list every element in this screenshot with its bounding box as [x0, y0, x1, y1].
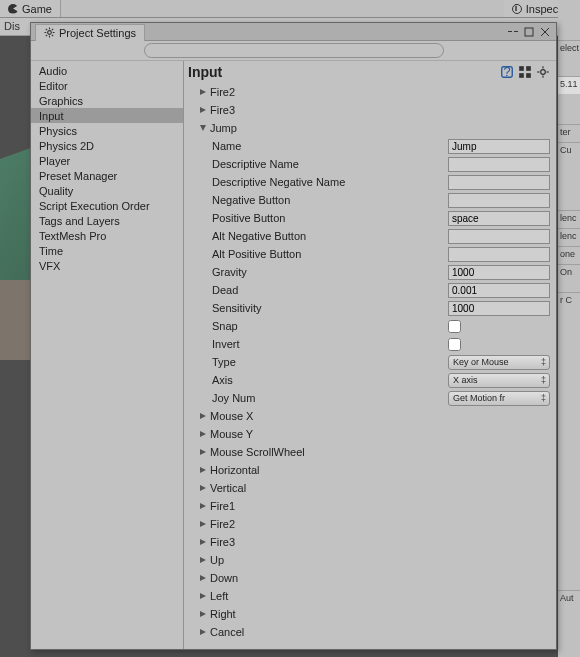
foldout-icon[interactable]: [198, 123, 208, 133]
prop-label: Type: [212, 356, 402, 368]
foldout-icon[interactable]: [198, 555, 208, 565]
axis-label: Fire2: [210, 86, 235, 98]
toolbar-text: Dis: [4, 20, 20, 33]
prop-label: Alt Positive Button: [212, 248, 402, 260]
foldout-icon[interactable]: [198, 627, 208, 637]
axis-dropdown[interactable]: X axis: [448, 373, 550, 388]
sidebar-item-physics-2d[interactable]: Physics 2D: [31, 138, 183, 153]
svg-marker-28: [200, 107, 206, 113]
help-icon[interactable]: ?: [500, 65, 514, 79]
window-dock-icon[interactable]: [506, 26, 520, 38]
positive-button-field[interactable]: [448, 211, 550, 226]
sidebar-item-quality[interactable]: Quality: [31, 183, 183, 198]
svg-line-7: [52, 29, 53, 30]
name-field[interactable]: [448, 139, 550, 154]
type-dropdown[interactable]: Key or Mouse: [448, 355, 550, 370]
axis-fire2[interactable]: Fire2: [184, 515, 556, 533]
axis-fire3[interactable]: Fire3: [184, 533, 556, 551]
svg-line-8: [46, 35, 47, 36]
svg-point-0: [48, 31, 52, 35]
sidebar-item-time[interactable]: Time: [31, 243, 183, 258]
axis-cancel[interactable]: Cancel: [184, 623, 556, 641]
sidebar-item-tags-and-layers[interactable]: Tags and Layers: [31, 213, 183, 228]
foldout-icon[interactable]: [198, 411, 208, 421]
axis-fire1[interactable]: Fire1: [184, 497, 556, 515]
axis-up[interactable]: Up: [184, 551, 556, 569]
svg-marker-31: [200, 431, 206, 437]
descriptive-name-field[interactable]: [448, 157, 550, 172]
prop-label: Descriptive Negative Name: [212, 176, 402, 188]
editor-top-tabs: Game Inspector: [0, 0, 580, 18]
foldout-icon[interactable]: [198, 609, 208, 619]
pacman-icon: [8, 4, 18, 14]
sidebar-item-physics[interactable]: Physics: [31, 123, 183, 138]
prop-alt-positive-button: Alt Positive Button: [184, 245, 556, 263]
window-title-tab[interactable]: Project Settings: [35, 24, 145, 41]
foldout-icon[interactable]: [198, 465, 208, 475]
foldout-icon[interactable]: [198, 573, 208, 583]
axis-left[interactable]: Left: [184, 587, 556, 605]
axis-mouse-x[interactable]: Mouse X: [184, 407, 556, 425]
foldout-icon[interactable]: [198, 87, 208, 97]
search-input[interactable]: [144, 43, 444, 58]
prop-name: Name: [184, 137, 556, 155]
axis-fire3[interactable]: Fire3: [184, 101, 556, 119]
alt-negative-button-field[interactable]: [448, 229, 550, 244]
window-close-icon[interactable]: [538, 26, 552, 38]
window-title-bar[interactable]: Project Settings: [31, 23, 556, 41]
sidebar-item-graphics[interactable]: Graphics: [31, 93, 183, 108]
axis-mouse-y[interactable]: Mouse Y: [184, 425, 556, 443]
negative-button-field[interactable]: [448, 193, 550, 208]
invert-checkbox[interactable]: [448, 338, 461, 351]
foldout-icon[interactable]: [198, 537, 208, 547]
foldout-icon[interactable]: [198, 519, 208, 529]
tab-game[interactable]: Game: [0, 0, 61, 17]
descriptive-negative-name-field[interactable]: [448, 175, 550, 190]
axis-label: Right: [210, 608, 236, 620]
window-title-label: Project Settings: [59, 27, 136, 39]
sidebar-item-vfx[interactable]: VFX: [31, 258, 183, 273]
svg-text:?: ?: [503, 65, 510, 79]
foldout-icon[interactable]: [198, 429, 208, 439]
svg-marker-41: [200, 611, 206, 617]
axis-fire2[interactable]: Fire2: [184, 83, 556, 101]
sidebar-item-preset-manager[interactable]: Preset Manager: [31, 168, 183, 183]
axis-right[interactable]: Right: [184, 605, 556, 623]
dead-field[interactable]: [448, 283, 550, 298]
foldout-icon[interactable]: [198, 501, 208, 511]
sidebar-item-input[interactable]: Input: [31, 108, 183, 123]
foldout-icon[interactable]: [198, 105, 208, 115]
axis-jump[interactable]: Jump: [184, 119, 556, 137]
snap-checkbox[interactable]: [448, 320, 461, 333]
axis-down[interactable]: Down: [184, 569, 556, 587]
window-maximize-icon[interactable]: [522, 26, 536, 38]
gravity-field[interactable]: [448, 265, 550, 280]
input-axes-list[interactable]: Fire2Fire3JumpNameDescriptive NameDescri…: [184, 83, 556, 649]
prop-label: Alt Negative Button: [212, 230, 402, 242]
project-settings-window: Project Settings AudioEditorGraphicsInpu…: [30, 22, 557, 650]
axis-mouse-scrollwheel[interactable]: Mouse ScrollWheel: [184, 443, 556, 461]
sensitivity-field[interactable]: [448, 301, 550, 316]
svg-line-5: [46, 29, 47, 30]
gear-icon: [44, 27, 55, 38]
sidebar-item-textmesh-pro[interactable]: TextMesh Pro: [31, 228, 183, 243]
alt-positive-button-field[interactable]: [448, 247, 550, 262]
sidebar-item-player[interactable]: Player: [31, 153, 183, 168]
sidebar-item-script-execution-order[interactable]: Script Execution Order: [31, 198, 183, 213]
settings-icon[interactable]: [536, 65, 550, 79]
foldout-icon[interactable]: [198, 483, 208, 493]
svg-rect-11: [525, 28, 533, 36]
foldout-icon[interactable]: [198, 591, 208, 601]
axis-label: Fire3: [210, 536, 235, 548]
peek-row: one: [558, 246, 580, 264]
sidebar-item-editor[interactable]: Editor: [31, 78, 183, 93]
joy-num-dropdown[interactable]: Get Motion fr: [448, 391, 550, 406]
peek-row: Aut: [558, 590, 580, 608]
axis-horizontal[interactable]: Horizontal: [184, 461, 556, 479]
prop-alt-negative-button: Alt Negative Button: [184, 227, 556, 245]
preset-icon[interactable]: [518, 65, 532, 79]
foldout-icon[interactable]: [198, 447, 208, 457]
prop-descriptive-negative-name: Descriptive Negative Name: [184, 173, 556, 191]
sidebar-item-audio[interactable]: Audio: [31, 63, 183, 78]
axis-vertical[interactable]: Vertical: [184, 479, 556, 497]
